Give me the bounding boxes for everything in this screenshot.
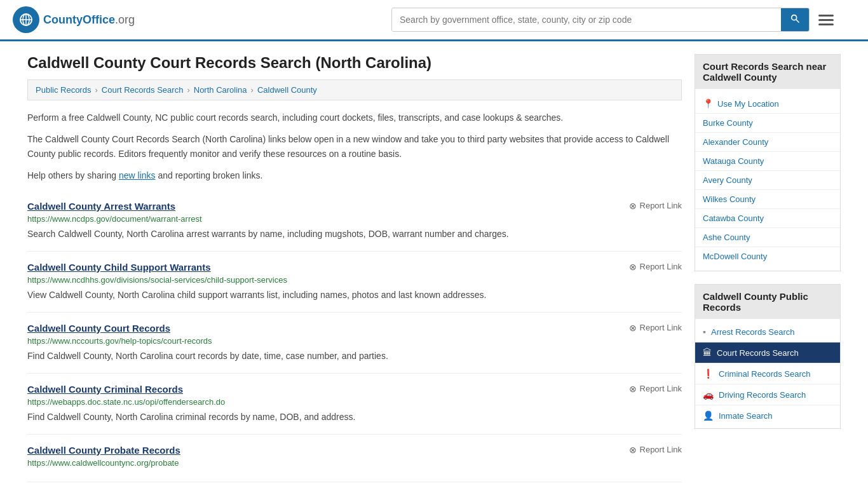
record-entry: Caldwell County Court Records ⊗ Report L… <box>27 313 682 374</box>
breadcrumb-north-carolina[interactable]: North Carolina <box>194 85 247 95</box>
rec-icon-2: ❗ <box>703 369 714 379</box>
record-entry: Caldwell County Criminal Records ⊗ Repor… <box>27 374 682 435</box>
records-item-3[interactable]: 🚗Driving Records Search <box>695 384 840 405</box>
record-url-4: https://www.caldwellcountync.org/probate <box>27 458 682 468</box>
report-icon-4: ⊗ <box>629 445 637 455</box>
record-header: Caldwell County Child Support Warrants ⊗… <box>27 262 682 273</box>
nearby-item-5[interactable]: Catawba County <box>695 208 840 227</box>
rec-icon-0: ▪ <box>703 327 706 337</box>
menu-button[interactable] <box>816 12 836 28</box>
nearby-item-3[interactable]: Avery County <box>695 170 840 189</box>
description-para2: The Caldwell County Court Records Search… <box>27 132 682 161</box>
record-entry: Caldwell County Arrest Warrants ⊗ Report… <box>27 191 682 252</box>
main-container: Caldwell County Court Records Search (No… <box>15 41 853 488</box>
breadcrumb-court-records[interactable]: Court Records Search <box>102 85 184 95</box>
report-link-3[interactable]: ⊗ Report Link <box>629 384 682 394</box>
search-area <box>391 8 836 32</box>
report-link-2[interactable]: ⊗ Report Link <box>629 323 682 333</box>
record-title-0[interactable]: Caldwell County Arrest Warrants <box>27 201 175 212</box>
records-list: Caldwell County Arrest Warrants ⊗ Report… <box>27 191 682 482</box>
sidebar: Court Records Search near Caldwell Count… <box>695 54 841 482</box>
rec-icon-4: 👤 <box>703 410 714 421</box>
nearby-item-0[interactable]: Burke County <box>695 113 840 132</box>
nearby-item-2[interactable]: Watauga County <box>695 151 840 170</box>
record-header: Caldwell County Criminal Records ⊗ Repor… <box>27 384 682 395</box>
record-desc-1: View Caldwell County, North Carolina chi… <box>27 288 682 302</box>
record-header: Caldwell County Court Records ⊗ Report L… <box>27 323 682 334</box>
breadcrumb-caldwell-county[interactable]: Caldwell County <box>257 85 317 95</box>
sidebar-nearby-list: 📍 Use My Location Burke CountyAlexander … <box>695 89 840 271</box>
nearby-item-4[interactable]: Wilkes County <box>695 189 840 208</box>
svg-line-6 <box>796 20 799 22</box>
records-item-4[interactable]: 👤Inmate Search <box>695 405 840 426</box>
nearby-item-7[interactable]: McDowell County <box>695 247 840 266</box>
record-url-0: https://www.ncdps.gov/document/warrant-a… <box>27 214 682 224</box>
search-input[interactable] <box>392 8 781 31</box>
header: CountyOffice.org <box>0 0 868 41</box>
rec-icon-3: 🚗 <box>703 390 714 400</box>
new-links-link[interactable]: new links <box>119 170 156 180</box>
record-desc-2: Find Caldwell County, North Carolina cou… <box>27 349 682 363</box>
rec-icon-1: 🏛 <box>703 348 712 358</box>
report-link-4[interactable]: ⊗ Report Link <box>629 445 682 455</box>
logo-icon <box>13 6 39 33</box>
use-location-btn[interactable]: 📍 Use My Location <box>695 94 840 113</box>
sidebar-nearby-title: Court Records Search near Caldwell Count… <box>695 55 840 89</box>
records-item-2[interactable]: ❗Criminal Records Search <box>695 363 840 384</box>
report-icon-2: ⊗ <box>629 323 637 333</box>
sidebar-nearby: Court Records Search near Caldwell Count… <box>695 54 841 271</box>
sidebar-public-records-title: Caldwell County Public Records <box>695 285 840 319</box>
nearby-items-container: Burke CountyAlexander CountyWatauga Coun… <box>695 113 840 266</box>
record-desc-3: Find Caldwell County, North Carolina cri… <box>27 410 682 424</box>
nearby-item-1[interactable]: Alexander County <box>695 132 840 151</box>
report-icon-1: ⊗ <box>629 262 637 272</box>
breadcrumb-public-records[interactable]: Public Records <box>36 85 91 95</box>
record-header: Caldwell County Arrest Warrants ⊗ Report… <box>27 201 682 212</box>
record-url-3: https://webapps.doc.state.nc.us/opi/offe… <box>27 397 682 407</box>
sidebar-public-records: Caldwell County Public Records ▪Arrest R… <box>695 284 841 429</box>
description-para3: Help others by sharing new links and rep… <box>27 168 682 182</box>
breadcrumb: Public Records › Court Records Search › … <box>27 79 682 100</box>
records-item-0[interactable]: ▪Arrest Records Search <box>695 322 840 342</box>
record-title-3[interactable]: Caldwell County Criminal Records <box>27 384 183 395</box>
report-link-0[interactable]: ⊗ Report Link <box>629 201 682 211</box>
report-icon-3: ⊗ <box>629 384 637 394</box>
record-title-2[interactable]: Caldwell County Court Records <box>27 323 170 334</box>
records-item-1[interactable]: 🏛Court Records Search <box>695 342 840 363</box>
nearby-item-6[interactable]: Ashe County <box>695 227 840 247</box>
description-para1: Perform a free Caldwell County, NC publi… <box>27 111 682 125</box>
logo-text: CountyOffice.org <box>43 13 135 27</box>
report-link-1[interactable]: ⊗ Report Link <box>629 262 682 272</box>
record-title-4[interactable]: Caldwell County Probate Records <box>27 445 180 456</box>
record-header: Caldwell County Probate Records ⊗ Report… <box>27 445 682 456</box>
record-entry: Caldwell County Probate Records ⊗ Report… <box>27 435 682 482</box>
record-url-1: https://www.ncdhhs.gov/divisions/social-… <box>27 275 682 285</box>
page-title: Caldwell County Court Records Search (No… <box>27 54 682 72</box>
public-records-list: ▪Arrest Records Search🏛Court Records Sea… <box>695 319 840 428</box>
logo-area[interactable]: CountyOffice.org <box>13 6 135 33</box>
record-desc-0: Search Caldwell County, North Carolina a… <box>27 227 682 241</box>
search-box <box>391 8 810 32</box>
report-icon-0: ⊗ <box>629 201 637 211</box>
record-entry: Caldwell County Child Support Warrants ⊗… <box>27 252 682 313</box>
search-button[interactable] <box>781 8 809 31</box>
location-pin-icon: 📍 <box>703 98 714 109</box>
record-title-1[interactable]: Caldwell County Child Support Warrants <box>27 262 211 273</box>
content-area: Caldwell County Court Records Search (No… <box>27 54 682 482</box>
record-url-2: https://www.nccourts.gov/help-topics/cou… <box>27 336 682 346</box>
